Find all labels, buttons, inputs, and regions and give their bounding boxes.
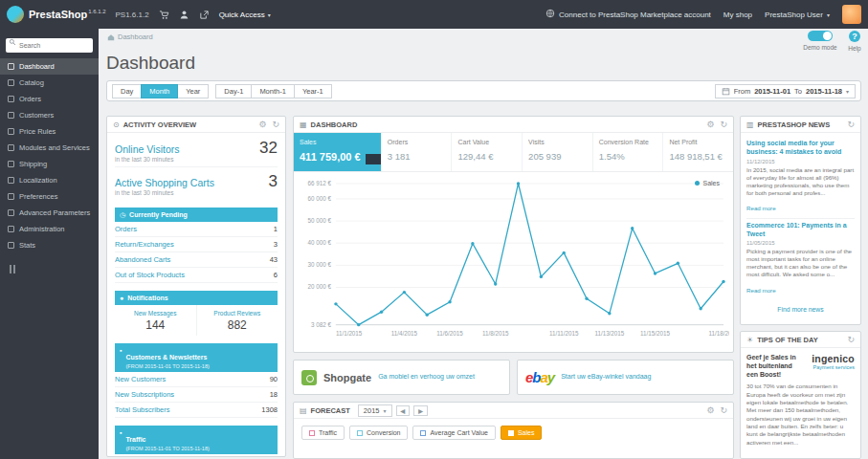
svg-text:11/18/2015: 11/18/2015 xyxy=(709,330,729,337)
sidebar-item-shipping[interactable]: Shipping xyxy=(0,156,99,172)
cart-icon[interactable] xyxy=(159,10,169,20)
settings-icon[interactable]: ⚙ xyxy=(258,120,266,129)
date-range-picker[interactable]: From 2015-11-01 To 2015-11-18 ▾ xyxy=(715,84,856,98)
forecast-legend-label: Conversion xyxy=(367,429,400,436)
range-button-month-1[interactable]: Month-1 xyxy=(251,84,295,98)
news-title-link[interactable]: Ecommerce 101: Payments in a Tweet xyxy=(746,222,855,239)
user-avatar[interactable] xyxy=(842,5,861,24)
forecast-legend-sales[interactable]: Sales xyxy=(501,426,543,440)
sidebar-item-localization[interactable]: Localization xyxy=(0,172,99,188)
kpi-value: 205 939 xyxy=(528,151,587,162)
my-shop-link[interactable]: My shop xyxy=(723,11,752,19)
pending-label[interactable]: Out of Stock Products xyxy=(115,271,185,279)
range-button-day[interactable]: Day xyxy=(112,84,142,98)
refresh-icon[interactable]: ↻ xyxy=(272,120,279,129)
refresh-icon[interactable]: ↻ xyxy=(847,120,855,129)
sidebar-item-orders[interactable]: Orders xyxy=(0,91,99,107)
topbar-right: Connect to PrestaShop Marketplace accoun… xyxy=(545,5,868,24)
kpi-cart-value[interactable]: Cart Value129,44 € xyxy=(451,133,522,171)
tips-header: ☀ TIPS OF THE DAY ↻ xyxy=(741,332,860,348)
customers-row: New Customers90 xyxy=(115,372,278,387)
marketplace-link[interactable]: Connect to PrestaShop Marketplace accoun… xyxy=(545,9,711,20)
customers-label[interactable]: New Customers xyxy=(115,375,166,383)
kpi-orders[interactable]: Orders3 181 xyxy=(381,133,452,171)
forecast-legend-traffic[interactable]: Traffic xyxy=(301,426,345,440)
ebay-promo-link[interactable]: Start uw eBay-winkel vandaag xyxy=(561,373,651,381)
kpi-net-profit[interactable]: Net Profit148 918,51 € xyxy=(662,133,733,171)
customers-value: 18 xyxy=(270,390,278,399)
settings-icon[interactable]: ⚙ xyxy=(706,120,714,129)
active-carts-link[interactable]: Active Shopping Carts xyxy=(115,177,214,188)
sidebar-item-advanced-parameters[interactable]: Advanced Parameters xyxy=(0,205,99,221)
sidebar-item-administration[interactable]: Administration xyxy=(0,221,99,237)
sidebar-item-catalog[interactable]: Catalog xyxy=(0,75,99,91)
sidebar-item-price-rules[interactable]: Price Rules xyxy=(0,123,99,140)
advanced-parameters-icon xyxy=(8,209,14,216)
demo-mode-toggle[interactable] xyxy=(808,31,833,41)
find-more-news-link[interactable]: Find more news xyxy=(741,302,860,315)
profile-icon[interactable] xyxy=(179,10,189,20)
collapse-icon xyxy=(10,265,11,273)
forecast-legend-average-cart-value[interactable]: Average Cart Value xyxy=(412,426,495,440)
sidebar-item-modules-and-services[interactable]: Modules and Services xyxy=(0,140,99,156)
forecast-year-select[interactable]: 2015▾ xyxy=(358,404,392,417)
forecast-legend-conversion[interactable]: Conversion xyxy=(349,426,408,440)
read-more-link[interactable]: Read more xyxy=(746,205,776,211)
refresh-icon[interactable]: ↻ xyxy=(847,335,855,344)
range-button-month[interactable]: Month xyxy=(141,84,178,98)
clock-icon: ◷ xyxy=(120,210,125,219)
range-button-year-1[interactable]: Year-1 xyxy=(294,84,332,98)
customers-label[interactable]: Total Subscribers xyxy=(115,405,170,414)
svg-text:11/13/2015: 11/13/2015 xyxy=(594,330,624,337)
prestashop-news-panel: ▥ PRESTASHOP NEWS ↻ Using social media f… xyxy=(740,116,861,325)
pending-label[interactable]: Abandoned Carts xyxy=(115,255,170,264)
user-menu[interactable]: PrestaShop User▾ xyxy=(765,11,830,19)
next-year-button[interactable]: ▶ xyxy=(413,405,428,416)
refresh-icon[interactable]: ↻ xyxy=(720,405,727,415)
kpi-sales[interactable]: Sales411 759,00 € xyxy=(294,133,381,171)
kpi-visits[interactable]: Visits205 939 xyxy=(522,133,592,171)
shopgate-promo-link[interactable]: Ga mobiel en verhoog uw omzet xyxy=(378,373,475,381)
settings-icon[interactable]: ⚙ xyxy=(706,405,714,415)
customers-label[interactable]: New Subscriptions xyxy=(115,390,174,399)
breadcrumb-item[interactable]: Dashboard xyxy=(118,33,153,41)
kpi-conversion-rate[interactable]: Conversion Rate1.54% xyxy=(592,133,663,171)
range-button-year[interactable]: Year xyxy=(177,84,209,98)
sidebar-item-stats[interactable]: Stats xyxy=(0,237,99,253)
shop-name[interactable]: PS1.6.1.2 xyxy=(116,11,149,19)
storefront-icon[interactable] xyxy=(199,10,210,20)
search-input[interactable] xyxy=(6,38,93,53)
notification-new-messages[interactable]: New Messages144 xyxy=(115,305,197,336)
news-title-link[interactable]: Using social media for your business: 4 … xyxy=(746,140,855,157)
sidebar-item-preferences[interactable]: Preferences xyxy=(0,188,99,205)
help-button[interactable]: ? Help xyxy=(843,31,866,52)
news-date: 11/05/2015 xyxy=(746,240,855,246)
currently-pending-rows: Orders1Return/Exchanges3Abandoned Carts4… xyxy=(115,222,278,283)
previous-year-button[interactable]: ◀ xyxy=(396,405,411,416)
refresh-icon[interactable]: ↻ xyxy=(720,120,727,129)
customers-icon xyxy=(8,112,14,119)
svg-text:66 912 €: 66 912 € xyxy=(308,180,332,186)
range-button-day-1[interactable]: Day-1 xyxy=(215,84,252,98)
google-analytics-link[interactable]: Link to your Google Analytics account xyxy=(115,454,278,457)
brand-version: 1.6.1.2 xyxy=(88,9,105,14)
read-more-link[interactable]: Read more xyxy=(746,287,776,294)
pending-label[interactable]: Orders xyxy=(115,225,137,233)
active-carts-subtitle: in the last 30 minutes xyxy=(115,189,278,200)
svg-text:11/8/2015: 11/8/2015 xyxy=(482,330,509,337)
sidebar-item-dashboard[interactable]: Dashboard xyxy=(0,58,99,75)
notification-product-reviews[interactable]: Product Reviews882 xyxy=(197,305,278,336)
quick-access-menu[interactable]: Quick Access▾ xyxy=(219,11,271,19)
kpi-label: Conversion Rate xyxy=(599,139,657,145)
online-visitors-link[interactable]: Online Visitors xyxy=(115,143,180,155)
forecast-icon: ▤ xyxy=(300,406,307,415)
sidebar-item-customers[interactable]: Customers xyxy=(0,107,99,123)
notification-label: Product Reviews xyxy=(197,310,278,317)
breadcrumb: Dashboard xyxy=(107,33,153,41)
catalog-icon xyxy=(8,79,14,86)
tip-body: 30 tot 70% van de consumenten in Europa … xyxy=(746,382,855,447)
forecast-legend: TrafficConversionAverage Cart ValueSales xyxy=(294,419,733,447)
pending-label[interactable]: Return/Exchanges xyxy=(115,240,174,249)
collapse-sidebar-button[interactable] xyxy=(0,253,99,273)
home-icon xyxy=(8,63,14,70)
